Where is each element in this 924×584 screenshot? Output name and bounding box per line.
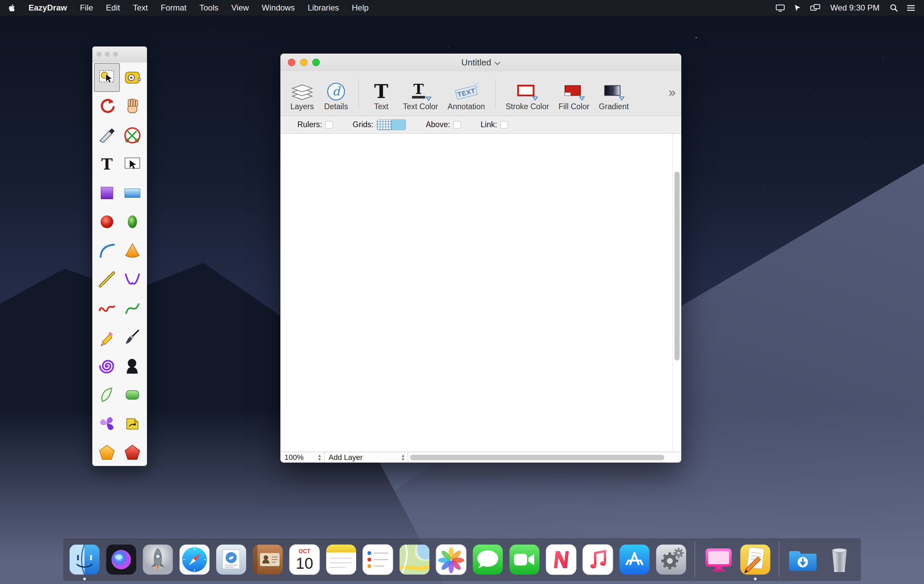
dock-music[interactable] xyxy=(581,543,614,576)
zoom-button[interactable] xyxy=(312,59,320,66)
tool-rotate[interactable] xyxy=(94,92,120,121)
palette-zoom-button[interactable] xyxy=(113,52,118,57)
apple-logo-icon[interactable] xyxy=(9,4,16,12)
toolbar-annotation-button[interactable]: TEXTAnnotation xyxy=(448,76,485,111)
tool-line-yellow[interactable] xyxy=(94,265,120,294)
toolbar-gradient-button[interactable]: Gradient xyxy=(599,76,629,111)
toolbar-text-button[interactable]: TText xyxy=(369,76,393,111)
dock-news[interactable] xyxy=(544,543,578,576)
menu-help[interactable]: Help xyxy=(351,3,368,13)
dock-mail[interactable] xyxy=(214,543,248,576)
tool-rect-blue[interactable] xyxy=(120,178,146,207)
add-layer-popup[interactable]: Add Layer ▲▼ xyxy=(325,452,408,462)
vertical-scrollbar[interactable] xyxy=(672,133,681,452)
spotlight-icon[interactable] xyxy=(890,4,898,12)
tool-curve-red[interactable] xyxy=(94,294,120,322)
dock-downloads[interactable] xyxy=(786,543,820,576)
tool-fan-purple[interactable] xyxy=(94,409,120,438)
vertical-scrollbar-thumb[interactable] xyxy=(675,172,680,360)
toolbar-fill-color-button[interactable]: Fill Color xyxy=(558,76,589,111)
toolbar-details-button[interactable]: dDetails xyxy=(324,76,348,111)
tool-oval-green[interactable] xyxy=(120,207,146,236)
dock-system-preferences[interactable] xyxy=(655,543,688,576)
menu-app-name[interactable]: EazyDraw xyxy=(28,3,67,13)
close-button[interactable] xyxy=(288,59,295,66)
dock-facetime[interactable] xyxy=(508,543,541,576)
tool-cut-restrict[interactable] xyxy=(120,121,146,150)
link-checkbox[interactable] xyxy=(500,121,508,128)
tool-square-purple[interactable] xyxy=(94,178,120,207)
dock-launchpad[interactable] xyxy=(141,543,175,576)
tool-tape-measure[interactable] xyxy=(120,63,146,92)
knife-icon xyxy=(97,125,117,145)
tool-palette-titlebar[interactable] xyxy=(92,46,147,63)
menu-format[interactable]: Format xyxy=(160,3,186,13)
dock-maps[interactable] xyxy=(398,543,431,576)
tool-select-cursor[interactable] xyxy=(120,150,146,178)
dock-trash[interactable] xyxy=(823,543,856,576)
above-checkbox[interactable] xyxy=(454,121,461,128)
menu-file[interactable]: File xyxy=(80,3,93,13)
dock-reminders[interactable] xyxy=(361,543,394,576)
dock-photos[interactable] xyxy=(434,543,468,576)
dock-eazydraw[interactable] xyxy=(739,543,772,576)
toolbar-text-color-button[interactable]: TText Color xyxy=(403,76,438,111)
tool-circle-red[interactable] xyxy=(94,207,120,236)
tool-rounded-rect-green[interactable] xyxy=(120,380,146,409)
pointer-icon[interactable] xyxy=(794,4,802,12)
display-icon[interactable] xyxy=(776,4,785,12)
menu-libraries[interactable]: Libraries xyxy=(307,3,339,13)
tool-fold-yellow[interactable] xyxy=(120,409,146,438)
displays-icon[interactable] xyxy=(810,4,820,12)
zoom-popup[interactable]: 100% ▲▼ xyxy=(280,452,325,462)
dock-siri[interactable] xyxy=(104,543,138,576)
dock-calendar[interactable]: OCT10 xyxy=(288,543,321,576)
dock-notes[interactable] xyxy=(325,543,358,576)
tool-text[interactable]: T xyxy=(94,150,120,178)
dock-finder[interactable] xyxy=(68,543,101,576)
menu-clock[interactable]: Wed 9:30 PM xyxy=(830,3,879,13)
tool-curve-green[interactable] xyxy=(120,294,146,322)
grid-pattern-button[interactable] xyxy=(377,120,391,130)
grid-color-button[interactable] xyxy=(391,120,406,130)
tool-pentagon-orange[interactable] xyxy=(94,438,120,467)
dock-messages[interactable] xyxy=(471,543,505,576)
dock-safari[interactable] xyxy=(178,543,211,576)
horizontal-scrollbar-thumb[interactable] xyxy=(410,455,664,460)
title-chevron-down-icon[interactable] xyxy=(494,57,500,68)
launchpad-icon xyxy=(142,543,174,576)
details-icon: d xyxy=(327,76,346,101)
toolbar-stroke-color-button[interactable]: Stroke Color xyxy=(506,76,549,111)
menu-windows[interactable]: Windows xyxy=(262,3,295,13)
menu-text[interactable]: Text xyxy=(133,3,148,13)
drawing-canvas[interactable] xyxy=(280,133,672,452)
tool-leaf-green[interactable] xyxy=(94,380,120,409)
toolbar-overflow-button[interactable]: » xyxy=(669,86,675,100)
toolbar-layers-button[interactable]: Layers xyxy=(290,76,314,111)
dock-display-pink[interactable] xyxy=(702,543,735,576)
dock-app-store[interactable] xyxy=(618,543,651,576)
palette-close-button[interactable] xyxy=(97,52,102,57)
tool-brush[interactable] xyxy=(120,322,146,351)
window-titlebar[interactable]: Untitled xyxy=(280,54,681,71)
tool-pencil[interactable] xyxy=(94,322,120,351)
menu-tools[interactable]: Tools xyxy=(199,3,218,13)
tool-select-marquee[interactable] xyxy=(94,63,120,92)
toolbar-divider xyxy=(358,79,359,108)
rulers-checkbox[interactable] xyxy=(325,121,333,128)
tool-arc-blue[interactable] xyxy=(94,236,120,265)
menu-edit[interactable]: Edit xyxy=(106,3,120,13)
tool-knife[interactable] xyxy=(94,121,120,150)
tool-hand[interactable] xyxy=(120,92,146,121)
horizontal-scrollbar[interactable] xyxy=(408,452,681,462)
palette-minimize-button[interactable] xyxy=(105,52,110,57)
tool-cone-orange[interactable] xyxy=(120,236,146,265)
tool-polyline-purple[interactable] xyxy=(120,265,146,294)
dock-contacts[interactable] xyxy=(251,543,284,576)
tool-spiral-purple[interactable] xyxy=(94,351,120,380)
tool-pentagon-red[interactable] xyxy=(120,438,146,467)
tool-silhouette[interactable] xyxy=(120,351,146,380)
notification-center-icon[interactable] xyxy=(907,4,915,12)
minimize-button[interactable] xyxy=(300,59,307,66)
menu-view[interactable]: View xyxy=(231,3,249,13)
